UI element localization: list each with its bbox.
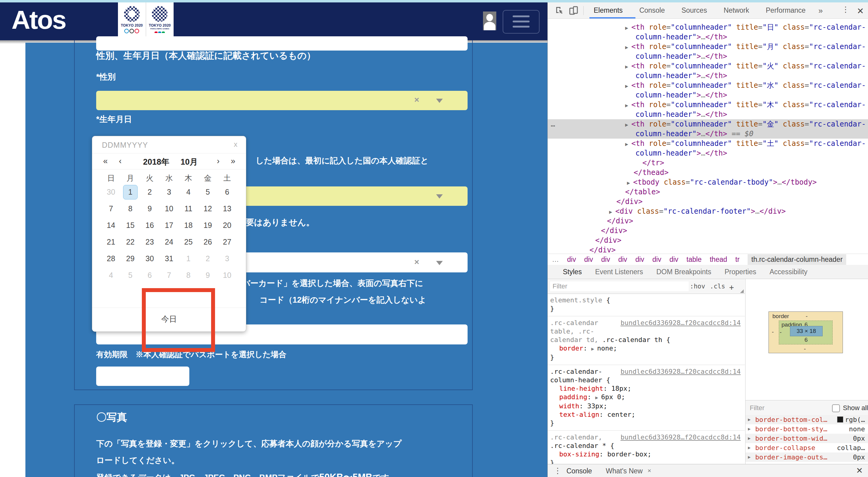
computed-property-row[interactable]: ▶border-collapsecollap…	[745, 443, 868, 452]
calendar-day[interactable]: 2	[198, 250, 217, 267]
cls-button[interactable]: .cls	[710, 283, 725, 290]
calendar-day[interactable]: 22	[121, 234, 140, 250]
month-select[interactable]: 10月	[181, 156, 198, 168]
show-all-checkbox[interactable]	[832, 405, 840, 412]
css-property-value[interactable]: 33px	[587, 402, 603, 410]
tree-line[interactable]: ▶ <th role="columnheader" title="日" clas…	[548, 22, 868, 32]
drawer-close-icon[interactable]: ✕	[856, 466, 863, 476]
drawer-tab-whats-new[interactable]: What's New	[606, 467, 643, 475]
tree-line[interactable]: ▶ <th role="columnheader" title="木" clas…	[548, 100, 868, 110]
stylesheet-link[interactable]: bundlec6d336928…f20cacdcc8d:14	[621, 367, 741, 376]
calendar-day[interactable]: 9	[198, 267, 217, 284]
styles-filter-input[interactable]: Filter	[550, 281, 689, 291]
computed-property-row[interactable]: ▶border-image-outs…0px	[745, 452, 868, 462]
calendar-day[interactable]: 30	[140, 250, 159, 267]
year-select[interactable]: 2018年	[143, 156, 169, 168]
tree-line[interactable]: </div>	[548, 245, 868, 254]
calendar-day[interactable]: 2	[140, 184, 159, 200]
breadcrumb-item[interactable]: tr	[735, 256, 740, 264]
sidebar-tab-dom-breakpoints[interactable]: DOM Breakpoints	[656, 268, 711, 276]
calendar-day[interactable]: 10	[217, 267, 237, 284]
date-clear-icon[interactable]: x	[234, 140, 238, 149]
calendar-day[interactable]: 12	[198, 200, 217, 217]
chevron-down-icon[interactable]	[436, 194, 443, 199]
tree-line[interactable]: column-header">…</th>	[548, 110, 868, 119]
calendar-day[interactable]: 5	[198, 184, 217, 200]
calendar-day[interactable]: 8	[179, 267, 198, 284]
css-rule[interactable]: element.style {}	[548, 294, 745, 316]
expand-icon[interactable]: ▶	[748, 452, 751, 462]
css-property-name[interactable]: padding	[559, 393, 587, 401]
devtools-tab-sources[interactable]: Sources	[681, 6, 707, 14]
calendar-day[interactable]: 4	[101, 267, 121, 284]
calendar-day[interactable]: 26	[198, 234, 217, 250]
calendar-day[interactable]: 11	[179, 200, 198, 217]
calendar-day[interactable]: 31	[159, 250, 179, 267]
device-toolbar-icon[interactable]	[569, 6, 579, 17]
calendar-day[interactable]: 5	[121, 267, 140, 284]
inspect-element-icon[interactable]	[555, 6, 565, 17]
tree-line[interactable]: </div>	[548, 236, 868, 245]
pane-resizer[interactable]	[740, 289, 744, 293]
devtools-tab-network[interactable]: Network	[724, 6, 749, 14]
clear-icon[interactable]: ×	[414, 257, 419, 267]
devtools-tab-elements[interactable]: Elements	[594, 6, 623, 14]
tree-line[interactable]: column-header">…</th>	[548, 71, 868, 81]
sidebar-tab-event-listeners[interactable]: Event Listeners	[595, 268, 643, 276]
breadcrumb-item[interactable]: div	[652, 256, 661, 264]
clear-icon[interactable]: ×	[414, 95, 419, 105]
calendar-day[interactable]: 7	[101, 200, 121, 217]
drawer-menu-icon[interactable]: ⋮	[554, 466, 562, 476]
expand-icon[interactable]: ▶	[748, 443, 751, 452]
chevron-down-icon[interactable]	[436, 99, 443, 103]
computed-property-row[interactable]: ▶border-bottom-wid…0px	[745, 434, 868, 443]
breadcrumb-item[interactable]: div	[584, 256, 593, 264]
tree-line[interactable]: ▶ <tbody class="rc-calendar-tbody">…</tb…	[548, 177, 868, 187]
calendar-day[interactable]: 23	[140, 234, 159, 250]
breadcrumb-overflow[interactable]: …	[552, 256, 559, 264]
tree-line[interactable]: </div>	[548, 216, 868, 226]
calendar-day[interactable]: 16	[140, 217, 159, 234]
calendar-day[interactable]: 20	[217, 217, 237, 234]
tree-line[interactable]: column-header">…</th>	[548, 148, 868, 158]
breadcrumb-selected[interactable]: th.rc-calendar-column-header	[748, 254, 846, 265]
menu-button[interactable]	[503, 10, 539, 34]
calendar-day[interactable]: 28	[101, 250, 121, 267]
css-property-value[interactable]: none	[597, 345, 613, 352]
tree-line[interactable]: column-header">…</th>	[548, 90, 868, 100]
breadcrumb-item[interactable]: thead	[710, 256, 727, 264]
prev-year-button[interactable]: «	[103, 156, 108, 166]
calendar-day[interactable]: 30	[101, 184, 121, 200]
breadcrumb-item[interactable]: div	[669, 256, 678, 264]
calendar-day[interactable]: 17	[159, 217, 179, 234]
css-property-name[interactable]: text-align	[559, 411, 599, 418]
previous-input-partial[interactable]	[96, 36, 468, 51]
calendar-day[interactable]: 15	[121, 217, 140, 234]
expand-icon[interactable]: ▶	[748, 434, 751, 443]
tree-line[interactable]: column-header">…</th>	[548, 32, 868, 42]
computed-property-row[interactable]: ▶border-bottom-sty…none	[745, 424, 868, 434]
calendar-day[interactable]: 19	[198, 217, 217, 234]
calendar-day[interactable]: 14	[101, 217, 121, 234]
calendar-day[interactable]: 6	[217, 184, 237, 200]
devtools-close-icon[interactable]: ✕	[857, 6, 864, 16]
chevron-down-icon[interactable]	[436, 261, 443, 265]
tree-line[interactable]: </div>	[548, 197, 868, 206]
tree-gutter-menu[interactable]: …	[551, 119, 555, 129]
tree-line[interactable]: …▶ <th role="columnheader" title="金" cla…	[548, 119, 868, 129]
calendar-day[interactable]: 21	[101, 234, 121, 250]
calendar-day[interactable]: 3	[217, 250, 237, 267]
new-rule-button[interactable]: +	[729, 283, 734, 292]
stylesheet-link[interactable]: bundlec6d336928…f20cacdcc8d:14	[621, 319, 741, 327]
calendar-day[interactable]: 9	[140, 200, 159, 217]
sidebar-tab-styles[interactable]: Styles	[563, 268, 582, 276]
breadcrumb-item[interactable]: div	[618, 256, 627, 264]
calendar-day[interactable]: 4	[179, 184, 198, 200]
sidebar-tab-properties[interactable]: Properties	[725, 268, 756, 276]
breadcrumb-item[interactable]: div	[636, 256, 644, 264]
calendar-day[interactable]: 7	[159, 267, 179, 284]
css-property-value[interactable]: 6px 0	[601, 393, 621, 401]
gender-select[interactable]: ×	[96, 91, 468, 110]
computed-property-row[interactable]: ▶border-bottom-col…rgb(…	[745, 415, 868, 424]
breadcrumb-item[interactable]: div	[601, 256, 610, 264]
